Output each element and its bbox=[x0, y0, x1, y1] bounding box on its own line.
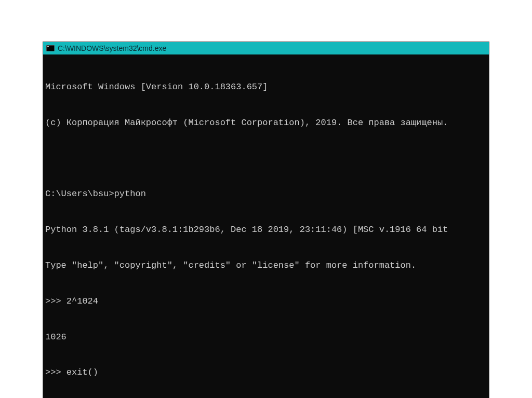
terminal-line: >>> exit() bbox=[45, 367, 487, 379]
terminal-line: C:\Users\bsu>python bbox=[45, 188, 487, 200]
terminal-line: (c) Корпорация Майкрософт (Microsoft Cor… bbox=[45, 117, 487, 129]
terminal-line: >>> 2^1024 bbox=[45, 296, 487, 308]
cmd-window: C:\WINDOWS\system32\cmd.exe Microsoft Wi… bbox=[43, 42, 489, 398]
cmd-icon bbox=[46, 45, 55, 52]
title-bar[interactable]: C:\WINDOWS\system32\cmd.exe bbox=[43, 42, 489, 54]
svg-rect-1 bbox=[47, 46, 49, 47]
terminal-line: Type "help", "copyright", "credits" or "… bbox=[45, 260, 487, 272]
svg-rect-2 bbox=[47, 48, 48, 48]
window-title: C:\WINDOWS\system32\cmd.exe bbox=[58, 44, 166, 52]
terminal-body[interactable]: Microsoft Windows [Version 10.0.18363.65… bbox=[43, 54, 489, 398]
terminal-line: Microsoft Windows [Version 10.0.18363.65… bbox=[45, 81, 487, 93]
terminal-line bbox=[45, 153, 487, 165]
terminal-line: 1026 bbox=[45, 332, 487, 344]
terminal-line: Python 3.8.1 (tags/v3.8.1:1b293b6, Dec 1… bbox=[45, 224, 487, 236]
